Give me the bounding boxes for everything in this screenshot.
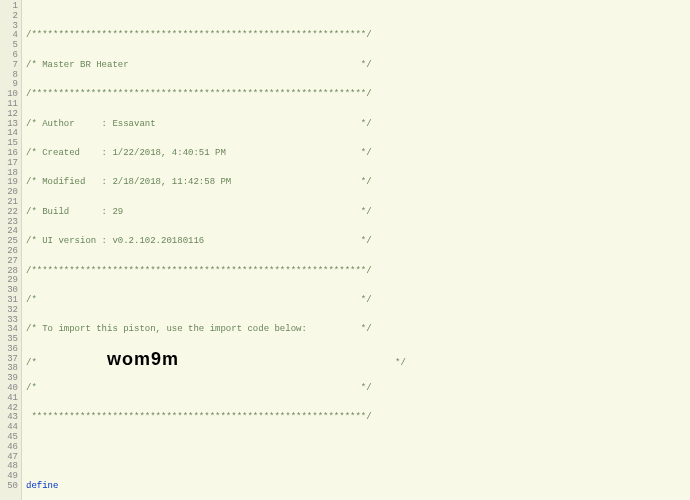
- line-number-gutter: 1234567891011121314151617181920212223242…: [0, 0, 22, 500]
- header-blank-1: /* */: [26, 295, 372, 305]
- line-number: 50: [0, 482, 18, 492]
- import-code-pre: /*: [26, 358, 107, 368]
- import-code-post: */: [179, 358, 406, 368]
- header-sep2: /***************************************…: [26, 266, 372, 276]
- kw-define: define: [26, 481, 58, 491]
- header-blank-2: /* */: [26, 383, 372, 393]
- header-title: /* Master BR Heater */: [26, 60, 372, 70]
- header-modified: /* Modified : 2/18/2018, 11:42:58 PM */: [26, 177, 372, 187]
- import-code: wom9m: [107, 349, 179, 369]
- header-border: /***************************************…: [26, 30, 372, 40]
- header-sep3: ****************************************…: [26, 412, 372, 422]
- header-build: /* Build : 29 */: [26, 207, 372, 217]
- header-import: /* To import this piston, use the import…: [26, 324, 372, 334]
- code-editor: 1234567891011121314151617181920212223242…: [0, 0, 690, 500]
- code-area[interactable]: /***************************************…: [22, 0, 690, 500]
- header-created: /* Created : 1/22/2018, 4:40:51 PM */: [26, 148, 372, 158]
- header-ui: /* UI version : v0.2.102.20180116 */: [26, 236, 372, 246]
- header-author: /* Author : Essavant */: [26, 119, 372, 129]
- header-sep: /***************************************…: [26, 89, 372, 99]
